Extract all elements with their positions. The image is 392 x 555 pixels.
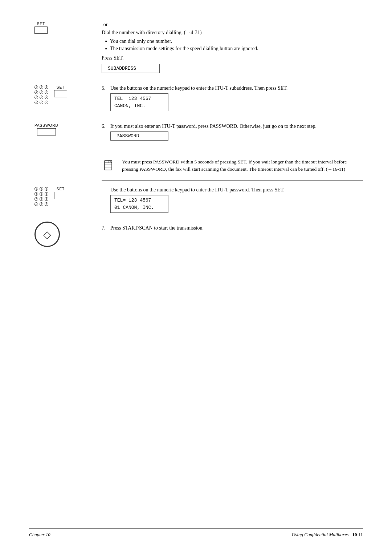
step-pw-left-controls: 1 2 3 4 5 6 7 8 9 ⊙ 0 ? SET <box>34 187 67 207</box>
step5-lcd: TEL= 123 4567 CANON, INC. <box>110 93 168 111</box>
footer-page-number: 10-11 <box>352 532 363 537</box>
intro-section: SET -or- Dial the number with directory … <box>102 22 363 78</box>
password-button[interactable] <box>37 128 56 135</box>
steppw-lcd: TEL= 123 4567 01 CANON, INC. <box>110 195 168 213</box>
press-set: Press SET. <box>102 55 363 61</box>
set-button[interactable] <box>34 27 48 34</box>
step6-text: If you must also enter an ITU-T password… <box>110 123 363 129</box>
or-text: -or- <box>102 22 363 28</box>
note-section: You must press PASSWORD within 5 seconds… <box>102 153 363 181</box>
footer-chapter: Chapter 10 <box>29 532 50 538</box>
step-password-section: 1 2 3 4 5 6 7 8 9 ⊙ 0 ? SET <box>102 187 363 218</box>
step5-lcd-line2: CANON, INC. <box>114 102 164 110</box>
step5-content: Use the buttons on the numeric keypad to… <box>110 85 363 116</box>
step7-content: Press START/SCAN to start the transmissi… <box>110 225 363 233</box>
steppw-content: Use the buttons on the numeric keypad to… <box>110 187 363 218</box>
footer-right: Using Confidential Mailboxes 10-11 <box>292 532 363 538</box>
bullet-list: You can dial only one number. The transm… <box>105 39 363 52</box>
step7-number: 7. <box>102 225 110 231</box>
step7-text: Press START/SCAN to start the transmissi… <box>110 225 363 231</box>
step6-section: PASSWORD 6. If you must also enter an IT… <box>102 123 363 146</box>
password-label: PASSWORD <box>34 123 58 127</box>
step6-content: If you must also enter an ITU-T password… <box>110 123 363 146</box>
lcd-subaddress: SUBADDRESS <box>102 64 160 73</box>
start-scan-button[interactable]: ◇ <box>34 222 60 247</box>
step5-left-controls: 1 2 3 4 5 6 7 8 9 ⊙ 0 ? SET <box>34 85 67 105</box>
note-text: You must press PASSWORD within 5 seconds… <box>122 158 363 173</box>
set-button-steppw[interactable] <box>54 192 67 199</box>
set-label-step5: SET <box>57 85 65 89</box>
step7-row: 7. Press START/SCAN to start the transmi… <box>102 225 363 233</box>
diamond-icon: ◇ <box>43 228 51 240</box>
dial-text: Dial the number with directory dialling.… <box>102 30 363 36</box>
steppw-row: Use the buttons on the numeric keypad to… <box>102 187 363 218</box>
step6-lcd: PASSWORD <box>110 131 168 141</box>
step6-row: 6. If you must also enter an ITU-T passw… <box>102 123 363 146</box>
note-icon <box>102 159 116 175</box>
step6-left-controls: PASSWORD <box>34 123 58 135</box>
steppw-lcd-line1: TEL= 123 4567 <box>114 197 164 204</box>
step7-left-controls: ◇ <box>34 222 60 247</box>
footer-section-title: Using Confidential Mailboxes <box>292 532 349 537</box>
step5-number: 5. <box>102 85 110 91</box>
set-label: SET <box>37 22 45 26</box>
set-button-top: SET <box>34 22 48 35</box>
steppw-lcd-line2: 01 CANON, INC. <box>114 204 164 211</box>
step5-lcd-line1: TEL= 123 4567 <box>114 95 164 102</box>
step5-row: 5. Use the buttons on the numeric keypad… <box>102 85 363 116</box>
content-area: SET -or- Dial the number with directory … <box>102 22 363 233</box>
keypad-icon-steppw: 1 2 3 4 5 6 7 8 9 ⊙ 0 ? <box>34 187 49 207</box>
keypad-icon-step5: 1 2 3 4 5 6 7 8 9 ⊙ 0 ? <box>34 85 49 105</box>
footer: Chapter 10 Using Confidential Mailboxes … <box>29 528 363 538</box>
step5-section: 1 2 3 4 5 6 7 8 9 ⊙ 0 ? SET <box>102 85 363 116</box>
step7-section: ◇ 7. Press START/SCAN to start the trans… <box>102 225 363 233</box>
step6-number: 6. <box>102 123 110 129</box>
page: SET -or- Dial the number with directory … <box>0 0 392 555</box>
steppw-text: Use the buttons on the numeric keypad to… <box>110 187 363 193</box>
step5-text: Use the buttons on the numeric keypad to… <box>110 85 363 91</box>
set-button-step5[interactable] <box>54 90 67 97</box>
bullet-item-2: The transmission mode settings for the s… <box>105 46 363 52</box>
bullet-item-1: You can dial only one number. <box>105 39 363 44</box>
pencil-svg <box>102 159 115 174</box>
set-label-steppw: SET <box>57 187 65 191</box>
